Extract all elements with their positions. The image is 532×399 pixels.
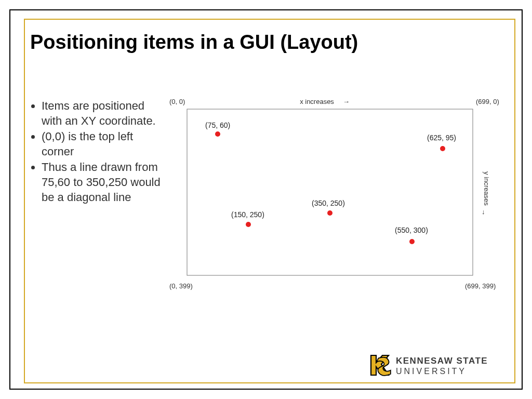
point-label: (625, 95) — [427, 134, 456, 142]
data-point — [215, 131, 220, 137]
point-label: (550, 300) — [395, 226, 428, 234]
data-point — [327, 210, 332, 216]
point-label: (150, 250) — [231, 210, 264, 219]
corner-tl-label: (0, 0) — [169, 98, 185, 105]
y-axis-label: y increases — [483, 171, 490, 206]
corner-bl-label: (0, 399) — [169, 282, 193, 290]
bullet-item: (0,0) is the top left corner — [42, 129, 165, 159]
data-point — [246, 222, 251, 227]
arrow-right-icon: → — [343, 98, 350, 105]
coordinate-diagram: (0, 0) (699, 0) (0, 399) (699, 399) x in… — [166, 94, 499, 301]
corner-br-label: (699, 399) — [465, 282, 496, 290]
data-point — [409, 239, 415, 244]
data-point — [440, 146, 445, 151]
arrow-down-icon: ↓ — [482, 208, 485, 216]
slide-title: Positioning items in a GUI (Layout) — [30, 31, 358, 54]
bullet-item: Thus a line drawn from 75,60 to 350,250 … — [42, 160, 165, 205]
logo-text-line1: KENNESAW STATE — [396, 356, 488, 366]
ksu-logo: KENNESAW STATE UNIVERSITY — [367, 352, 507, 378]
point-label: (350, 250) — [312, 199, 345, 207]
x-axis-label: x increases — [300, 98, 334, 105]
point-label: (75, 60) — [205, 121, 230, 129]
bullet-item: Items are positioned with an XY coordina… — [42, 99, 165, 128]
bullet-list: Items are positioned with an XY coordina… — [30, 99, 165, 206]
logo-text-line2: UNIVERSITY — [396, 367, 467, 376]
corner-tr-label: (699, 0) — [476, 98, 499, 105]
